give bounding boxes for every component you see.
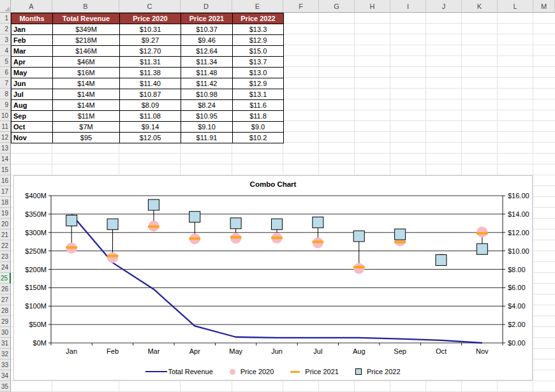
column-header-K[interactable]: K — [462, 0, 498, 13]
table-cell[interactable]: $11M — [53, 111, 120, 122]
table-cell[interactable]: $11.42 — [181, 78, 233, 89]
row-header-33[interactable]: 33 — [0, 359, 11, 370]
column-header-C[interactable]: C — [119, 0, 181, 13]
row-header-11[interactable]: 11 — [0, 121, 11, 132]
row-header-7[interactable]: 7 — [0, 78, 11, 89]
table-header-cell[interactable]: Price 2021 — [181, 13, 233, 24]
table-cell[interactable]: $11.34 — [181, 57, 233, 68]
table-cell[interactable]: $10.2 — [233, 133, 284, 143]
row-header-6[interactable]: 6 — [0, 67, 11, 78]
column-header-A[interactable]: A — [11, 0, 52, 13]
row-header-31[interactable]: 31 — [0, 338, 11, 349]
row-header-5[interactable]: 5 — [0, 56, 11, 67]
row-header-35[interactable]: 35 — [0, 381, 11, 392]
table-cell[interactable]: $11.91 — [181, 133, 233, 143]
table-cell[interactable]: $10.37 — [181, 24, 233, 35]
table-cell[interactable]: Jan — [11, 24, 53, 35]
column-header-G[interactable]: G — [319, 0, 355, 13]
table-cell[interactable]: $9.46 — [181, 35, 233, 46]
table-cell[interactable]: $16M — [53, 68, 120, 78]
table-cell[interactable]: Sep — [11, 111, 53, 122]
row-header-4[interactable]: 4 — [0, 45, 11, 56]
table-cell[interactable]: Apr — [11, 57, 53, 68]
column-header-L[interactable]: L — [498, 0, 533, 13]
row-header-27[interactable]: 27 — [0, 294, 11, 305]
table-cell[interactable]: $9.10 — [181, 122, 233, 133]
table-cell[interactable]: $14M — [53, 89, 120, 100]
table-cell[interactable]: $11.31 — [120, 57, 181, 68]
table-cell[interactable]: $13.1 — [233, 89, 284, 100]
row-header-2[interactable]: 2 — [0, 24, 11, 34]
table-cell[interactable]: $8.24 — [181, 100, 233, 111]
table-header-cell[interactable]: Months — [11, 13, 53, 24]
table-cell[interactable]: $10.95 — [181, 111, 233, 122]
table-cell[interactable]: $9.27 — [120, 35, 181, 46]
table-cell[interactable]: $13.0 — [233, 68, 284, 78]
select-all-corner[interactable] — [0, 0, 11, 13]
table-cell[interactable]: $7M — [53, 122, 120, 133]
legend-item-price-2021[interactable]: Price 2021 — [290, 368, 339, 375]
column-header-H[interactable]: H — [355, 0, 390, 13]
table-header-cell[interactable]: Total Revenue — [53, 13, 120, 24]
table-cell[interactable]: $11.38 — [120, 68, 181, 78]
table-cell[interactable]: Mar — [11, 46, 53, 57]
table-cell[interactable]: $10.98 — [181, 89, 233, 100]
table-cell[interactable]: $14M — [53, 78, 120, 89]
table-cell[interactable]: $12.9 — [233, 78, 284, 89]
table-cell[interactable]: $11.40 — [120, 78, 181, 89]
table-cell[interactable]: $10.31 — [120, 24, 181, 35]
row-header-15[interactable]: 15 — [0, 164, 11, 175]
row-header-16[interactable]: 16 — [0, 175, 11, 186]
row-header-34[interactable]: 34 — [0, 370, 11, 381]
table-cell[interactable]: $12.9 — [233, 35, 284, 46]
table-cell[interactable]: $218M — [53, 35, 120, 46]
table-cell[interactable]: $46M — [53, 57, 120, 68]
row-header-18[interactable]: 18 — [0, 197, 11, 208]
table-cell[interactable]: $146M — [53, 46, 120, 57]
table-cell[interactable]: $15.0 — [233, 46, 284, 57]
row-header-9[interactable]: 9 — [0, 99, 11, 110]
column-header-E[interactable]: E — [232, 0, 283, 13]
table-cell[interactable]: $11.6 — [233, 100, 284, 111]
table-cell[interactable]: $349M — [53, 24, 120, 35]
table-cell[interactable]: $8.09 — [120, 100, 181, 111]
column-header-D[interactable]: D — [181, 0, 232, 13]
row-header-26[interactable]: 26 — [0, 284, 11, 294]
row-header-24[interactable]: 24 — [0, 262, 11, 273]
row-header-14[interactable]: 14 — [0, 154, 11, 164]
table-cell[interactable]: Jun — [11, 78, 53, 89]
row-header-25[interactable]: 25 — [0, 273, 11, 284]
table-cell[interactable]: $12.70 — [120, 46, 181, 57]
legend-item-total-revenue[interactable]: Total Revenue — [145, 368, 212, 375]
table-cell[interactable]: Nov — [11, 133, 53, 143]
column-header-B[interactable]: B — [52, 0, 119, 13]
table-cell[interactable]: Feb — [11, 35, 53, 46]
column-header-I[interactable]: I — [390, 0, 426, 13]
table-cell[interactable]: $11.8 — [233, 111, 284, 122]
column-header-F[interactable]: F — [283, 0, 319, 13]
column-header-J[interactable]: J — [426, 0, 462, 13]
row-header-20[interactable]: 20 — [0, 219, 11, 229]
row-header-12[interactable]: 12 — [0, 132, 11, 143]
row-header-28[interactable]: 28 — [0, 305, 11, 316]
row-header-30[interactable]: 30 — [0, 327, 11, 338]
row-header-13[interactable]: 13 — [0, 143, 11, 154]
row-header-19[interactable]: 19 — [0, 208, 11, 219]
legend-item-price-2022[interactable]: Price 2022 — [355, 368, 401, 375]
table-cell[interactable]: Oct — [11, 122, 53, 133]
column-header-M[interactable]: M — [533, 0, 555, 13]
table-cell[interactable]: May — [11, 68, 53, 78]
table-cell[interactable]: $14M — [53, 100, 120, 111]
table-cell[interactable]: $13.3 — [233, 24, 284, 35]
table-cell[interactable]: $12.05 — [120, 133, 181, 143]
row-header-23[interactable]: 23 — [0, 251, 11, 262]
table-cell[interactable]: Aug — [11, 100, 53, 111]
table-cell[interactable]: $9.14 — [120, 122, 181, 133]
row-header-1[interactable]: 1 — [0, 13, 11, 24]
row-header-32[interactable]: 32 — [0, 349, 11, 359]
table-cell[interactable]: $11.48 — [181, 68, 233, 78]
row-header-21[interactable]: 21 — [0, 229, 11, 240]
table-cell[interactable]: $12.64 — [181, 46, 233, 57]
row-header-3[interactable]: 3 — [0, 34, 11, 45]
table-header-cell[interactable]: Price 2020 — [120, 13, 181, 24]
